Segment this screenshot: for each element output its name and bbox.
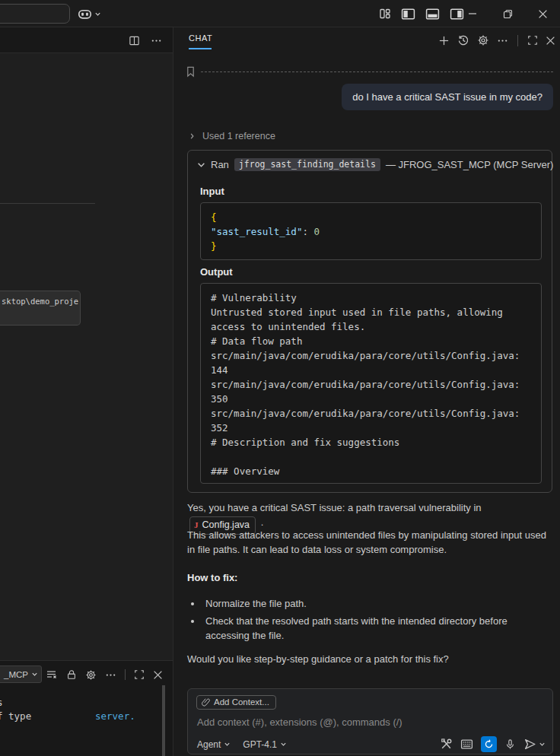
- configure-tools-icon[interactable]: [440, 738, 453, 751]
- terminal-tab-label: _MCP: [4, 670, 28, 679]
- tool-input-code: { "sast_result_id": 0 }: [200, 202, 542, 260]
- customize-layout-icon[interactable]: [379, 8, 391, 20]
- mode-picker-agent[interactable]: Agent: [197, 739, 231, 750]
- copilot-icon: [78, 7, 92, 21]
- title-bar: [0, 0, 560, 27]
- chat-history-icon[interactable]: [457, 34, 469, 46]
- terminal-more-actions-icon[interactable]: [105, 669, 116, 681]
- chevron-right-icon: [189, 132, 196, 140]
- terminal-line: f typeserver.: [0, 710, 164, 723]
- chat-panel-header: CHAT: [173, 27, 560, 53]
- mcp-server-label: — JFROG_SAST_MCP (MCP Server): [386, 159, 554, 170]
- fix-steps-list: Normalize the file path. Check that the …: [202, 596, 554, 646]
- add-context-label: Add Context...: [214, 697, 269, 707]
- close-window-button[interactable]: [525, 0, 560, 27]
- chat-settings-gear-icon[interactable]: [477, 34, 489, 46]
- tool-call-header[interactable]: Ran jfrog_sast_finding_details — JFROG_S…: [197, 157, 544, 171]
- lock-icon[interactable]: [66, 669, 77, 680]
- ran-label: Ran: [211, 159, 229, 170]
- divider: [517, 35, 518, 46]
- response-paragraph: Would you like step-by-step guidance or …: [187, 652, 554, 666]
- terminal-link[interactable]: server.: [95, 710, 135, 723]
- terminal-settings-gear-icon[interactable]: [85, 669, 97, 681]
- user-message: do I have a critical SAST issue in my co…: [342, 84, 553, 110]
- tool-output-code: # Vulnerability Untrusted stored input u…: [200, 283, 542, 484]
- paperclip-icon: [202, 697, 210, 707]
- chat-panel: CHAT: [173, 27, 560, 756]
- list-item: Check that the resolved path starts with…: [202, 614, 554, 643]
- chevron-down-icon: [94, 11, 101, 17]
- instructions-list-icon[interactable]: [460, 738, 473, 751]
- how-to-fix-heading: How to fix:: [187, 570, 554, 585]
- path-tooltip: sktop\demo_proje: [0, 291, 81, 326]
- chat-more-actions-icon[interactable]: [497, 35, 508, 46]
- output-section-label: Output: [200, 266, 233, 278]
- tab-chat[interactable]: CHAT: [189, 33, 212, 43]
- new-chat-icon[interactable]: [438, 35, 450, 46]
- editor-divider: [0, 203, 95, 204]
- copilot-menu-button[interactable]: [78, 5, 101, 22]
- model-picker[interactable]: GPT-4.1: [243, 739, 287, 750]
- close-chat-icon[interactable]: [546, 36, 555, 46]
- agent-mode-label: Agent: [197, 739, 221, 750]
- chevron-down-icon: [197, 160, 205, 169]
- send-options-chevron-icon[interactable]: [539, 741, 546, 748]
- used-references-label: Used 1 reference: [202, 131, 275, 141]
- terminal-scrollbar[interactable]: [162, 685, 165, 756]
- toggle-panel-icon[interactable]: [425, 8, 440, 21]
- divider: [125, 669, 126, 680]
- editor-more-actions-icon[interactable]: [151, 35, 162, 46]
- chat-input-placeholder[interactable]: Add context (#), extensions (@), command…: [197, 716, 402, 728]
- clear-terminal-icon[interactable]: [46, 669, 58, 681]
- toggle-primary-sidebar-icon[interactable]: [401, 8, 415, 21]
- terminal-header: _MCP: [0, 665, 173, 685]
- expand-chat-icon[interactable]: [527, 35, 538, 46]
- microphone-icon[interactable]: [504, 739, 516, 751]
- used-references-toggle[interactable]: Used 1 reference: [189, 131, 275, 141]
- model-name-label: GPT-4.1: [243, 739, 277, 750]
- close-panel-icon[interactable]: [153, 670, 163, 680]
- bookmark-icon: [186, 66, 196, 78]
- minimize-button[interactable]: [455, 0, 490, 27]
- maximize-panel-icon[interactable]: [134, 669, 145, 680]
- terminal-output: s f typeserver.: [0, 696, 167, 723]
- chat-input-container[interactable]: Add Context... Add context (#), extensio…: [187, 688, 553, 754]
- conversation-start-marker: [186, 66, 553, 78]
- terminal-panel: _MCP: [0, 660, 173, 756]
- terminal-line: s: [0, 696, 164, 710]
- dashed-separator: [201, 71, 553, 72]
- terminal-picker-dropdown[interactable]: _MCP: [0, 665, 42, 683]
- tool-name-chip: jfrog_sast_finding_details: [234, 158, 380, 171]
- auto-approve-refresh-button[interactable]: [481, 736, 497, 752]
- restore-button[interactable]: [490, 0, 525, 27]
- response-paragraph: This allows attackers to access unintend…: [187, 528, 554, 557]
- input-section-label: Input: [200, 186, 224, 197]
- editor-tab-bar: [0, 27, 173, 53]
- command-center-search[interactable]: [0, 4, 70, 24]
- split-editor-icon[interactable]: [129, 35, 140, 46]
- add-context-button[interactable]: Add Context...: [196, 695, 276, 710]
- tab-active-underline: [189, 48, 212, 49]
- editor-region: sktop\demo_proje _MCP: [0, 27, 173, 756]
- list-item: Normalize the file path.: [202, 596, 554, 611]
- tool-call-card: Ran jfrog_sast_finding_details — JFROG_S…: [187, 150, 552, 493]
- send-button[interactable]: [523, 738, 536, 751]
